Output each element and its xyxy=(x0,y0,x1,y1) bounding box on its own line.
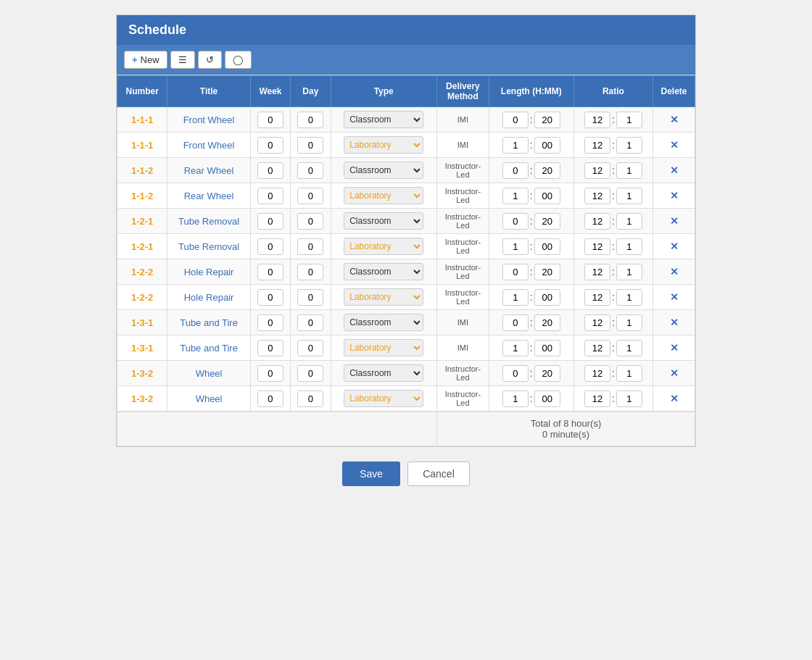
import-button[interactable]: ↺ xyxy=(198,51,222,69)
hours-input[interactable] xyxy=(502,112,529,128)
delete-button[interactable]: ✕ xyxy=(670,342,679,354)
day-input[interactable] xyxy=(297,238,323,255)
title-link[interactable]: Front Wheel xyxy=(183,114,235,125)
ratio1-input[interactable] xyxy=(584,289,610,306)
ratio1-input[interactable] xyxy=(584,112,610,128)
type-select[interactable]: Classroom Laboratory xyxy=(344,263,423,280)
title-link[interactable]: Rear Wheel xyxy=(184,191,234,201)
hours-input[interactable] xyxy=(502,137,529,154)
hours-input[interactable] xyxy=(502,390,529,407)
title-link[interactable]: Hole Repair xyxy=(184,292,234,303)
delete-button[interactable]: ✕ xyxy=(670,393,679,404)
delete-button[interactable]: ✕ xyxy=(670,190,679,201)
minutes-input[interactable] xyxy=(534,365,560,382)
minutes-input[interactable] xyxy=(534,188,560,204)
title-link[interactable]: Wheel xyxy=(196,368,223,379)
delete-button[interactable]: ✕ xyxy=(670,241,679,252)
minutes-input[interactable] xyxy=(534,162,560,179)
week-input[interactable] xyxy=(257,340,283,356)
minutes-input[interactable] xyxy=(534,264,560,280)
delete-button[interactable]: ✕ xyxy=(670,164,679,176)
day-input[interactable] xyxy=(297,340,323,356)
ratio1-input[interactable] xyxy=(584,162,610,179)
week-input[interactable] xyxy=(257,289,283,306)
number-link[interactable]: 1-1-2 xyxy=(131,165,153,176)
hours-input[interactable] xyxy=(502,314,529,331)
ratio1-input[interactable] xyxy=(584,390,610,407)
type-select[interactable]: Classroom Laboratory xyxy=(344,288,423,306)
title-link[interactable]: Tube Removal xyxy=(178,241,239,252)
number-link[interactable]: 1-3-1 xyxy=(131,317,153,328)
minutes-input[interactable] xyxy=(534,238,560,255)
ratio1-input[interactable] xyxy=(584,238,610,255)
save-button[interactable]: Save xyxy=(342,461,400,486)
title-link[interactable]: Hole Repair xyxy=(184,267,234,277)
hours-input[interactable] xyxy=(502,238,529,255)
week-input[interactable] xyxy=(257,112,283,128)
number-link[interactable]: 1-3-1 xyxy=(131,343,153,354)
title-link[interactable]: Tube Removal xyxy=(178,216,239,227)
week-input[interactable] xyxy=(257,137,283,154)
type-select[interactable]: Classroom Laboratory xyxy=(344,111,423,128)
ratio2-input[interactable] xyxy=(616,340,642,356)
number-link[interactable]: 1-3-2 xyxy=(131,368,153,379)
day-input[interactable] xyxy=(297,162,323,179)
delete-button[interactable]: ✕ xyxy=(670,266,679,277)
list-button[interactable]: ☰ xyxy=(170,51,195,69)
title-link[interactable]: Wheel xyxy=(196,393,223,404)
hours-input[interactable] xyxy=(502,264,529,280)
day-input[interactable] xyxy=(297,137,323,154)
title-link[interactable]: Front Wheel xyxy=(183,140,235,151)
day-input[interactable] xyxy=(297,365,323,382)
delete-button[interactable]: ✕ xyxy=(670,367,679,379)
new-button[interactable]: + New xyxy=(124,51,167,69)
ratio2-input[interactable] xyxy=(616,162,642,179)
type-select[interactable]: Classroom Laboratory xyxy=(344,339,423,356)
week-input[interactable] xyxy=(257,365,283,382)
ratio2-input[interactable] xyxy=(616,238,642,255)
number-link[interactable]: 1-2-1 xyxy=(131,216,153,227)
week-input[interactable] xyxy=(257,238,283,255)
type-select[interactable]: Classroom Laboratory xyxy=(344,390,423,407)
week-input[interactable] xyxy=(257,390,283,407)
ratio1-input[interactable] xyxy=(584,340,610,356)
week-input[interactable] xyxy=(257,264,283,280)
minutes-input[interactable] xyxy=(534,314,560,331)
day-input[interactable] xyxy=(297,188,323,204)
ratio2-input[interactable] xyxy=(616,213,642,230)
delete-button[interactable]: ✕ xyxy=(670,291,679,303)
week-input[interactable] xyxy=(257,162,283,179)
title-link[interactable]: Rear Wheel xyxy=(184,165,234,176)
number-link[interactable]: 1-1-2 xyxy=(131,191,153,201)
day-input[interactable] xyxy=(297,289,323,306)
type-select[interactable]: Classroom Laboratory xyxy=(344,212,423,230)
delete-button[interactable]: ✕ xyxy=(670,139,679,151)
delete-button[interactable]: ✕ xyxy=(670,114,679,125)
number-link[interactable]: 1-2-2 xyxy=(131,292,153,303)
minutes-input[interactable] xyxy=(534,340,560,356)
hours-input[interactable] xyxy=(502,188,529,204)
minutes-input[interactable] xyxy=(534,112,560,128)
ratio1-input[interactable] xyxy=(584,213,610,230)
ratio2-input[interactable] xyxy=(616,289,642,306)
number-link[interactable]: 1-1-1 xyxy=(131,114,153,125)
ratio1-input[interactable] xyxy=(584,314,610,331)
type-select[interactable]: Classroom Laboratory xyxy=(344,364,423,382)
ratio2-input[interactable] xyxy=(616,314,642,331)
hours-input[interactable] xyxy=(502,340,529,356)
week-input[interactable] xyxy=(257,188,283,204)
title-link[interactable]: Tube and Tire xyxy=(180,317,238,328)
type-select[interactable]: Classroom Laboratory xyxy=(344,162,423,179)
minutes-input[interactable] xyxy=(534,137,560,154)
ratio2-input[interactable] xyxy=(616,264,642,280)
ratio1-input[interactable] xyxy=(584,137,610,154)
day-input[interactable] xyxy=(297,390,323,407)
number-link[interactable]: 1-2-1 xyxy=(131,241,153,252)
delete-button[interactable]: ✕ xyxy=(670,317,679,328)
day-input[interactable] xyxy=(297,314,323,331)
week-input[interactable] xyxy=(257,213,283,230)
ratio2-input[interactable] xyxy=(616,112,642,128)
hours-input[interactable] xyxy=(502,289,529,306)
minutes-input[interactable] xyxy=(534,213,560,230)
type-select[interactable]: Classroom Laboratory xyxy=(344,314,423,331)
